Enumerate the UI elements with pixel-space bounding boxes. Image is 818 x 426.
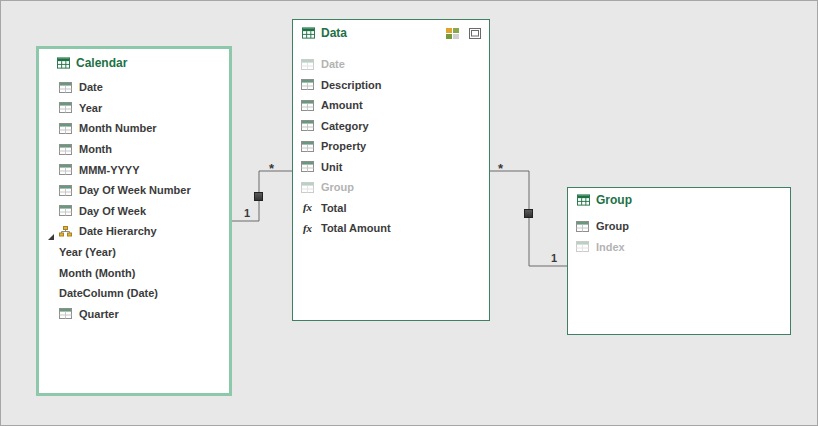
- cardinality-one-label: 1: [244, 207, 250, 219]
- table-icon: [301, 141, 314, 152]
- table-icon: [59, 185, 72, 196]
- fx-icon: fx: [301, 202, 314, 213]
- table-icon: [576, 241, 589, 252]
- field-label: Group: [321, 181, 354, 193]
- table-group[interactable]: Group GroupIndex: [567, 187, 791, 335]
- field-row-date-hierarchy[interactable]: Date Hierarchy: [39, 221, 229, 242]
- field-list: DateDescriptionAmountCategoryPropertyUni…: [293, 46, 489, 239]
- cardinality-many-label: *: [498, 163, 503, 175]
- table-icon: [59, 205, 72, 216]
- field-label: Month (Month): [59, 267, 135, 279]
- field-row-month-month[interactable]: Month (Month): [39, 262, 229, 283]
- field-row-month[interactable]: Month: [39, 139, 229, 160]
- field-label: Day Of Week Number: [79, 184, 191, 196]
- table-icon: [301, 100, 314, 111]
- field-row-mmm-yyyy[interactable]: MMM-YYYY: [39, 159, 229, 180]
- maximize-icon[interactable]: [469, 28, 481, 39]
- field-row-property[interactable]: Property: [293, 136, 489, 157]
- field-label: Category: [321, 120, 369, 132]
- table-data[interactable]: Data DateDescriptionAmountCategoryProper…: [292, 19, 490, 321]
- cardinality-one-label: 1: [551, 252, 557, 264]
- table-icon: [59, 144, 72, 155]
- field-row-index[interactable]: Index: [568, 237, 790, 258]
- field-row-group[interactable]: Group: [293, 177, 489, 198]
- relationship-connector-group-data[interactable]: [524, 209, 533, 218]
- field-row-amount[interactable]: Amount: [293, 95, 489, 116]
- field-row-quarter[interactable]: Quarter: [39, 304, 229, 325]
- field-label: Date Hierarchy: [79, 225, 157, 237]
- diagram-canvas: 1 * * 1 Calendar DateYearMonth NumberMon…: [0, 0, 818, 426]
- table-calendar[interactable]: Calendar DateYearMonth NumberMonthMMM-YY…: [36, 46, 232, 396]
- field-row-date[interactable]: Date: [293, 54, 489, 75]
- field-label: MMM-YYYY: [79, 164, 140, 176]
- field-row-total[interactable]: fxTotal: [293, 198, 489, 219]
- table-icon: [301, 182, 314, 193]
- table-header[interactable]: Data: [293, 20, 489, 46]
- field-label: Total: [321, 202, 346, 214]
- field-row-month-number[interactable]: Month Number: [39, 118, 229, 139]
- table-title: Data: [321, 26, 347, 40]
- field-row-total-amount[interactable]: fxTotal Amount: [293, 218, 489, 239]
- cardinality-many-label: *: [269, 163, 274, 175]
- field-row-datecolumn-date[interactable]: DateColumn (Date): [39, 283, 229, 304]
- grid-icon[interactable]: [446, 28, 459, 39]
- table-icon: [301, 161, 314, 172]
- field-row-date[interactable]: Date: [39, 77, 229, 98]
- table-icon: [301, 79, 314, 90]
- field-label: Unit: [321, 161, 342, 173]
- table-icon: [59, 102, 72, 113]
- field-row-year-year[interactable]: Year (Year): [39, 242, 229, 263]
- field-label: Group: [596, 220, 629, 232]
- hierarchy-icon: [59, 226, 72, 237]
- field-row-category[interactable]: Category: [293, 116, 489, 137]
- field-label: DateColumn (Date): [59, 287, 158, 299]
- fx-icon: fx: [301, 223, 314, 234]
- field-label: Total Amount: [321, 222, 391, 234]
- table-icon: [59, 164, 72, 175]
- field-label: Date: [321, 58, 345, 70]
- field-label: Date: [79, 81, 103, 93]
- expand-collapse-arrow-icon[interactable]: [47, 227, 55, 235]
- table-icon: [302, 28, 315, 39]
- field-row-day-of-week[interactable]: Day Of Week: [39, 201, 229, 222]
- table-title: Calendar: [76, 56, 127, 70]
- field-row-description[interactable]: Description: [293, 75, 489, 96]
- table-title: Group: [596, 193, 632, 207]
- field-label: Year (Year): [59, 246, 116, 258]
- field-list: DateYearMonth NumberMonthMMM-YYYYDay Of …: [39, 77, 229, 324]
- field-label: Description: [321, 79, 382, 91]
- field-row-day-of-week-number[interactable]: Day Of Week Number: [39, 180, 229, 201]
- field-label: Month Number: [79, 122, 157, 134]
- field-row-group[interactable]: Group: [568, 216, 790, 237]
- field-list: GroupIndex: [568, 212, 790, 257]
- table-icon: [576, 221, 589, 232]
- table-icon: [301, 120, 314, 131]
- field-label: Index: [596, 241, 625, 253]
- field-label: Day Of Week: [79, 205, 146, 217]
- relationship-connector-calendar-data[interactable]: [254, 192, 263, 201]
- field-row-unit[interactable]: Unit: [293, 157, 489, 178]
- table-header[interactable]: Group: [568, 188, 790, 212]
- table-icon: [301, 59, 314, 70]
- field-label: Month: [79, 143, 112, 155]
- field-label: Property: [321, 140, 366, 152]
- table-icon: [57, 58, 70, 69]
- field-label: Year: [79, 102, 102, 114]
- field-row-year[interactable]: Year: [39, 98, 229, 119]
- table-icon: [59, 123, 72, 134]
- field-label: Amount: [321, 99, 363, 111]
- table-icon: [577, 195, 590, 206]
- table-header[interactable]: Calendar: [39, 49, 229, 77]
- table-icon: [59, 82, 72, 93]
- table-icon: [59, 308, 72, 319]
- field-label: Quarter: [79, 308, 119, 320]
